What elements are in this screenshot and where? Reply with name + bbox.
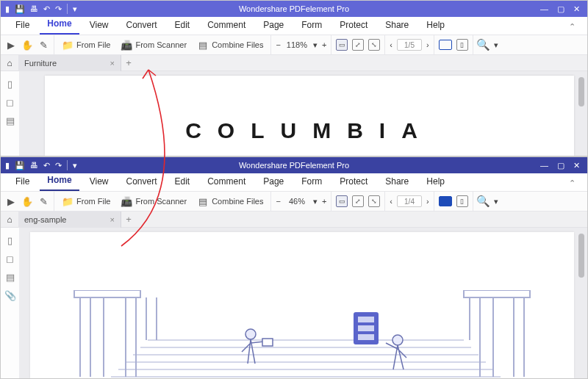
scrollbar-thumb[interactable] <box>578 77 584 107</box>
screenshot-icon[interactable] <box>439 196 452 206</box>
tab-home-icon[interactable]: ⌂ <box>1 58 18 68</box>
prev-page-button[interactable]: ‹ <box>390 197 392 206</box>
menu-convert[interactable]: Convert <box>118 17 164 35</box>
menu-home[interactable]: Home <box>40 15 79 35</box>
comments-icon[interactable]: ▤ <box>6 272 15 283</box>
qat-dropdown-icon[interactable]: ▾ <box>73 162 77 170</box>
pointer-tool-icon[interactable]: ▶ <box>5 195 17 207</box>
menu-help[interactable]: Help <box>419 17 452 35</box>
undo-icon[interactable]: ↶ <box>43 5 50 13</box>
menu-file[interactable]: File <box>8 17 37 35</box>
fit-page-icon[interactable]: ▭ <box>336 195 348 207</box>
fit-page-icon[interactable]: ▭ <box>336 39 348 51</box>
menu-convert[interactable]: Convert <box>118 173 164 191</box>
titlebar[interactable]: ▮ 💾 🖶 ↶ ↷ ▾ Wondershare PDFelement Pro —… <box>1 157 587 173</box>
zoom-out-button[interactable]: − <box>276 197 280 206</box>
vertical-scrollbar[interactable] <box>578 234 584 372</box>
edit-tool-icon[interactable]: ✎ <box>37 195 49 207</box>
next-page-button[interactable]: › <box>426 40 429 49</box>
menu-form[interactable]: Form <box>294 17 329 35</box>
print-icon[interactable]: 🖶 <box>30 162 38 170</box>
pointer-tool-icon[interactable]: ▶ <box>5 39 17 51</box>
menu-share[interactable]: Share <box>378 173 416 191</box>
zoom-in-button[interactable]: + <box>322 197 326 206</box>
from-file-button[interactable]: 📁 From File <box>59 37 113 53</box>
menu-protect[interactable]: Protect <box>332 17 375 35</box>
combine-files-button[interactable]: ▤ Combine Files <box>194 193 266 209</box>
bookmarks-icon[interactable]: ◻ <box>6 253 14 264</box>
redo-icon[interactable]: ↷ <box>55 162 62 170</box>
page-number-input[interactable]: 1/5 <box>397 39 422 51</box>
read-mode-icon[interactable]: ▯ <box>456 39 468 51</box>
menu-edit[interactable]: Edit <box>168 173 198 191</box>
from-file-button[interactable]: 📁 From File <box>59 193 113 209</box>
menu-help[interactable]: Help <box>419 173 452 191</box>
zoom-value[interactable]: 46% <box>285 197 309 206</box>
vertical-scrollbar[interactable] <box>578 77 584 150</box>
menu-comment[interactable]: Comment <box>200 17 253 35</box>
zoom-dropdown-icon[interactable]: ▾ <box>313 40 318 50</box>
close-tab-icon[interactable]: × <box>110 215 115 224</box>
search-dropdown-icon[interactable]: ▾ <box>494 40 498 50</box>
menu-protect[interactable]: Protect <box>332 173 375 191</box>
attachments-icon[interactable]: 📎 <box>4 290 16 301</box>
from-scanner-button[interactable]: 📠 From Scanner <box>118 193 190 209</box>
save-icon[interactable]: 💾 <box>15 5 25 13</box>
bookmarks-icon[interactable]: ◻ <box>6 97 14 108</box>
menu-file[interactable]: File <box>8 173 37 191</box>
redo-icon[interactable]: ↷ <box>55 5 62 13</box>
new-tab-button[interactable]: + <box>121 214 136 225</box>
close-tab-icon[interactable]: × <box>110 59 115 68</box>
print-icon[interactable]: 🖶 <box>30 5 38 13</box>
thumbnails-icon[interactable]: ▯ <box>7 79 12 90</box>
read-mode-icon[interactable]: ▯ <box>456 195 468 207</box>
zoom-in-button[interactable]: + <box>322 40 326 49</box>
fit-width-icon[interactable]: ⤢ <box>352 39 364 51</box>
hand-tool-icon[interactable]: ✋ <box>21 39 33 51</box>
page-viewport[interactable] <box>20 228 587 378</box>
menu-edit[interactable]: Edit <box>168 17 198 35</box>
menu-view[interactable]: View <box>82 17 116 35</box>
undo-icon[interactable]: ↶ <box>43 162 50 170</box>
actual-size-icon[interactable]: ⤡ <box>368 39 380 51</box>
next-page-button[interactable]: › <box>426 197 429 206</box>
fit-width-icon[interactable]: ⤢ <box>352 195 364 207</box>
edit-tool-icon[interactable]: ✎ <box>37 39 49 51</box>
maximize-button[interactable]: ▢ <box>557 162 564 170</box>
document-tab[interactable]: Furniture × <box>18 55 121 71</box>
scrollbar-thumb[interactable] <box>578 234 584 278</box>
zoom-value[interactable]: 118% <box>285 40 309 49</box>
screenshot-icon[interactable] <box>439 40 452 50</box>
comments-icon[interactable]: ▤ <box>6 115 15 126</box>
minimize-button[interactable]: — <box>540 162 548 170</box>
menu-form[interactable]: Form <box>294 173 329 191</box>
maximize-button[interactable]: ▢ <box>557 5 564 13</box>
menu-page[interactable]: Page <box>256 17 291 35</box>
menu-home[interactable]: Home <box>40 172 79 191</box>
zoom-out-button[interactable]: − <box>276 40 280 49</box>
search-dropdown-icon[interactable]: ▾ <box>494 197 498 206</box>
collapse-ribbon-icon[interactable]: ⌃ <box>564 19 580 35</box>
minimize-button[interactable]: — <box>540 5 548 13</box>
from-scanner-button[interactable]: 📠 From Scanner <box>118 37 190 53</box>
prev-page-button[interactable]: ‹ <box>390 40 392 49</box>
page-number-input[interactable]: 1/4 <box>397 195 422 207</box>
page-viewport[interactable]: COLUMBIA <box>20 71 587 156</box>
menu-comment[interactable]: Comment <box>200 173 253 191</box>
qat-dropdown-icon[interactable]: ▾ <box>73 5 77 13</box>
save-icon[interactable]: 💾 <box>15 162 25 170</box>
tab-home-icon[interactable]: ⌂ <box>1 214 18 225</box>
close-button[interactable]: ✕ <box>573 162 580 170</box>
menu-view[interactable]: View <box>82 173 116 191</box>
document-tab[interactable]: eng-sample × <box>18 212 121 228</box>
menu-page[interactable]: Page <box>256 173 291 191</box>
zoom-dropdown-icon[interactable]: ▾ <box>313 197 318 206</box>
menu-share[interactable]: Share <box>378 17 416 35</box>
search-icon[interactable]: 🔍 <box>478 39 490 51</box>
hand-tool-icon[interactable]: ✋ <box>21 195 33 207</box>
new-tab-button[interactable]: + <box>121 57 136 68</box>
search-icon[interactable]: 🔍 <box>478 195 490 207</box>
combine-files-button[interactable]: ▤ Combine Files <box>194 37 266 53</box>
thumbnails-icon[interactable]: ▯ <box>7 235 12 246</box>
close-button[interactable]: ✕ <box>573 5 580 13</box>
